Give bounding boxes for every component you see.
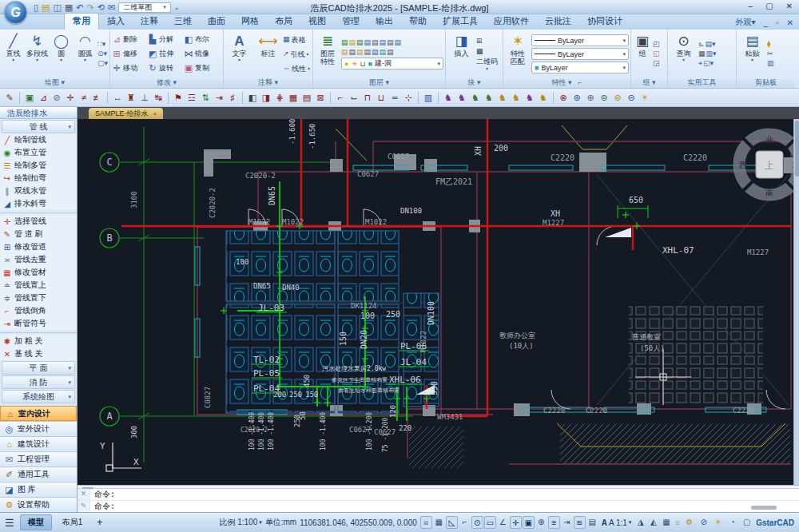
ribbon-tab-输出[interactable]: 输出: [368, 14, 401, 30]
plumbing-tool-icon-23[interactable]: ▦: [287, 90, 300, 105]
ribbon-tab-网格[interactable]: 网格: [233, 14, 267, 30]
palette-item-断管符号[interactable]: ⇥断管符号: [0, 317, 77, 330]
palette-nav-建筑设计[interactable]: ⌂建筑设计: [0, 436, 77, 451]
modify-拉伸-button[interactable]: ◩拉伸: [148, 47, 184, 62]
insert-block-button[interactable]: ◨插入: [447, 31, 475, 77]
palette-nav-工程管理[interactable]: ✉工程管理: [0, 451, 77, 466]
donut-tool-icon[interactable]: ⊙▾: [97, 50, 108, 58]
app-logo[interactable]: G: [4, 1, 27, 24]
modify-分解-button[interactable]: ▙分解: [148, 33, 184, 47]
plumbing-tool-icon-2[interactable]: ▣: [23, 90, 36, 105]
ribbon-tab-布局[interactable]: 布局: [267, 14, 300, 30]
qrcode-button[interactable]: ▩: [476, 46, 498, 57]
annotation-scale-control[interactable]: AA 1:1▾: [602, 518, 632, 527]
palette-nav-室内设计[interactable]: ⌂室内设计: [0, 406, 77, 421]
minimize-button[interactable]: –: [749, 2, 753, 10]
palette-item-选择管线[interactable]: ✛选择管线: [0, 215, 77, 228]
modify-旋转-button[interactable]: ↻旋转: [148, 62, 184, 76]
copy-base-icon[interactable]: ▥: [767, 59, 774, 68]
palette-nav-设置帮助[interactable]: ⚙设置帮助: [0, 497, 77, 512]
plumbing-tool-icon-15[interactable]: ☲: [185, 90, 198, 105]
ungroup-icon[interactable]: ◰: [653, 40, 660, 49]
ribbon-tab-云批注[interactable]: 云批注: [537, 14, 579, 30]
ribbon-tab-协同设计[interactable]: 协同设计: [579, 14, 630, 30]
table-button[interactable]: ▦表格: [283, 33, 310, 46]
plumbing-tool-icon-6[interactable]: ≠: [78, 90, 90, 105]
modify-复制-button[interactable]: ▣复制: [184, 62, 220, 76]
group-label-block[interactable]: 块 ▾: [446, 77, 503, 88]
group-label-draw[interactable]: 绘图 ▾: [0, 77, 109, 88]
plumbing-tool-icon-42[interactable]: ♞: [523, 90, 536, 105]
palette-item-加粗关[interactable]: ✱加 粗 关: [0, 335, 77, 347]
group-label-layer[interactable]: 图层 ▾: [313, 77, 445, 88]
clean-screen-icon[interactable]: ◔: [726, 516, 738, 529]
group-label-group[interactable]: 组 ▾: [631, 77, 667, 88]
plumbing-tool-icon-36[interactable]: ♞: [442, 90, 455, 105]
print-icon[interactable]: ▦: [65, 2, 73, 14]
palette-nav-图库[interactable]: ◪图 库: [0, 482, 77, 497]
group-label-modify[interactable]: 修改 ▾: [110, 77, 223, 88]
plumbing-tool-icon-37[interactable]: ♞: [455, 90, 468, 105]
quick-select-icon[interactable]: ◱▾: [703, 59, 714, 68]
plumbing-tool-icon-24[interactable]: ▤: [300, 90, 313, 105]
tab-close-icon[interactable]: ×: [153, 110, 157, 117]
palette-item-管线置下[interactable]: ≑管线置下: [0, 292, 77, 304]
ribbon-tab-插入[interactable]: 插入: [99, 14, 133, 30]
linear-button[interactable]: ⇔线性▾: [283, 62, 310, 75]
copy-set-icon[interactable]: ▤▾: [706, 40, 716, 49]
plumbing-tool-icon-32[interactable]: ⊹: [402, 90, 415, 105]
paste-button[interactable]: ▤粘贴▾: [738, 31, 766, 77]
ribbon-tab-常用[interactable]: 常用: [64, 13, 99, 30]
qat-overflow-icon[interactable]: ⌄: [174, 4, 180, 11]
lock-icon[interactable]: ⊘: [698, 516, 710, 529]
modify-镜像-button[interactable]: ⋈镜像: [184, 47, 220, 62]
message-icon[interactable]: ✉: [108, 2, 115, 14]
ribbon-tab-三维[interactable]: 三维: [166, 14, 200, 30]
group-label-utils[interactable]: 实用工具: [668, 77, 736, 88]
status-toggle-1[interactable]: ▦: [433, 516, 445, 529]
modify-删除-button[interactable]: ⊿删除: [112, 33, 148, 47]
palette-item-修改管材[interactable]: ▦修改管材: [0, 266, 77, 279]
plumbing-tool-icon-47[interactable]: ⊕: [584, 90, 597, 105]
copy-clip-icon[interactable]: ⧫: [767, 40, 774, 49]
lineweight-select[interactable]: ByLayer▾: [531, 34, 629, 46]
match-properties-button[interactable]: ✶ 特性匹配: [505, 31, 531, 77]
plumbing-tool-icon-0[interactable]: ✎: [3, 90, 16, 105]
ribbon-tab-扩展工具[interactable]: 扩展工具: [435, 14, 486, 30]
palette-section-平面[interactable]: 平 面▾: [2, 361, 75, 375]
close-button[interactable]: ✕: [786, 2, 793, 10]
palette-section-管线[interactable]: 管 线▾: [2, 120, 75, 133]
plumbing-tool-icon-45[interactable]: ⊗: [557, 90, 570, 105]
plumbing-tool-icon-18[interactable]: ♯: [226, 90, 239, 105]
status-tool-1[interactable]: ◭: [647, 516, 659, 529]
restore-button[interactable]: ▢: [765, 2, 773, 10]
model-tab[interactable]: 模型: [20, 514, 52, 530]
plumbing-tool-icon-30[interactable]: ⊔: [375, 90, 388, 105]
modify-偏移-button[interactable]: ⊞偏移: [112, 47, 148, 62]
dimension-button[interactable]: ⟷标注: [254, 31, 282, 77]
modify-移动-button[interactable]: ✛移动: [112, 62, 148, 76]
command-scrollbar[interactable]: [751, 506, 777, 510]
plumbing-tool-icon-22[interactable]: ⋕: [273, 90, 286, 105]
status-toggle-3[interactable]: ⌐: [459, 516, 471, 529]
save-icon[interactable]: ◫: [53, 2, 61, 14]
status-tool-2[interactable]: ▦: [660, 516, 672, 529]
status-menu-icon[interactable]: ☰: [5, 517, 14, 529]
appearance-menu[interactable]: 外观▾: [735, 17, 755, 28]
palette-nav-通用工具[interactable]: ✐通用工具: [0, 466, 77, 482]
canvas-scrollbar[interactable]: [793, 119, 799, 485]
plumbing-tool-icon-11[interactable]: ⊥: [138, 90, 151, 105]
plumbing-tool-icon-25[interactable]: ⊠: [314, 90, 327, 105]
palette-item-管线去重[interactable]: ≍管线去重: [0, 253, 77, 266]
group-label-properties[interactable]: 特性 ▾ ⌐: [503, 77, 630, 88]
plumbing-tool-icon-21[interactable]: ◨: [260, 90, 272, 105]
layout1-tab[interactable]: 布局1: [54, 514, 91, 530]
ribbon-tab-应用软件[interactable]: 应用软件: [486, 14, 537, 30]
plumbing-tool-icon-43[interactable]: ♞: [537, 90, 550, 105]
undo-icon[interactable]: ↶: [76, 2, 83, 14]
list-icon[interactable]: ▥▾: [706, 50, 717, 58]
layer-select[interactable]: ● ☀ ⊔ ■ 建-洞 ▾: [341, 58, 443, 69]
ribbon-tab-帮助[interactable]: 帮助: [401, 14, 435, 30]
circle-button[interactable]: ◯圆▾: [50, 31, 73, 77]
layer-tools-row2[interactable]: ▤▤▤▤▤▤▤: [341, 48, 443, 57]
